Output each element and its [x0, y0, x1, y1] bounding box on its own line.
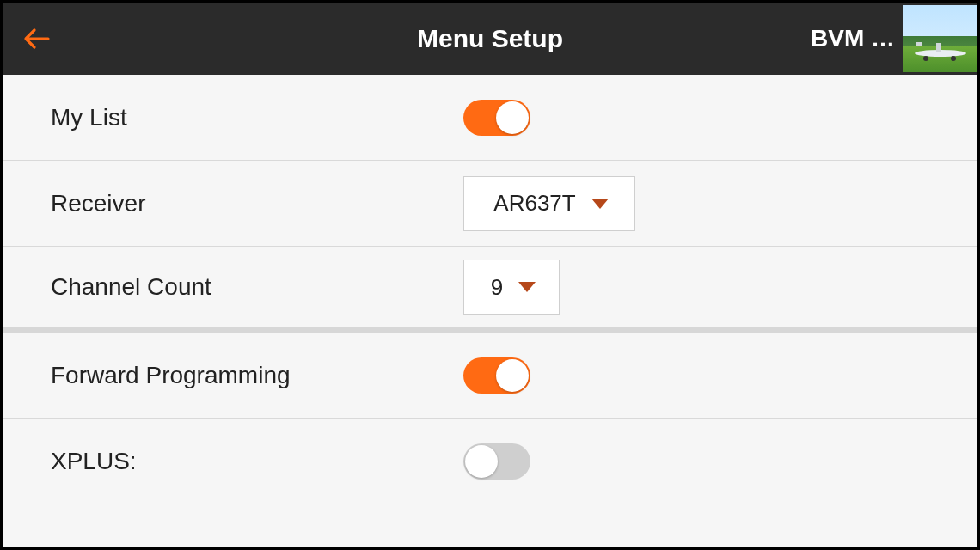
row-forward-programming: Forward Programming [3, 333, 977, 419]
receiver-label: Receiver [51, 190, 463, 217]
back-button[interactable] [11, 13, 63, 64]
xplus-toggle[interactable] [463, 443, 530, 480]
settings-list: My List Receiver AR637T Channel Count 9 [3, 75, 977, 547]
svg-point-4 [951, 56, 956, 61]
model-thumbnail [903, 5, 977, 72]
channel-count-value: 9 [491, 274, 503, 301]
row-xplus: XPLUS: [3, 419, 977, 504]
model-name-label: BVM … [811, 25, 895, 52]
receiver-dropdown[interactable]: AR637T [463, 176, 635, 231]
channel-count-label: Channel Count [51, 273, 463, 301]
svg-rect-2 [916, 42, 922, 46]
app-frame: Menu Setup BVM … My [0, 0, 980, 550]
airplane-icon [910, 40, 971, 62]
xplus-label: XPLUS: [51, 448, 463, 475]
row-receiver: Receiver AR637T [3, 161, 977, 247]
forward-programming-label: Forward Programming [51, 362, 463, 389]
chevron-down-icon [591, 199, 609, 209]
header-bar: Menu Setup BVM … [3, 3, 977, 75]
model-selector[interactable]: BVM … [811, 3, 977, 75]
row-my-list: My List [3, 75, 977, 161]
svg-rect-1 [936, 43, 941, 52]
my-list-label: My List [51, 104, 463, 131]
row-channel-count: Channel Count 9 [3, 247, 977, 333]
receiver-value: AR637T [493, 190, 575, 217]
forward-programming-toggle[interactable] [463, 358, 530, 394]
chevron-down-icon [518, 282, 536, 292]
svg-point-3 [923, 56, 928, 61]
channel-count-dropdown[interactable]: 9 [463, 260, 560, 315]
back-arrow-icon [22, 24, 52, 53]
my-list-toggle[interactable] [463, 100, 530, 136]
